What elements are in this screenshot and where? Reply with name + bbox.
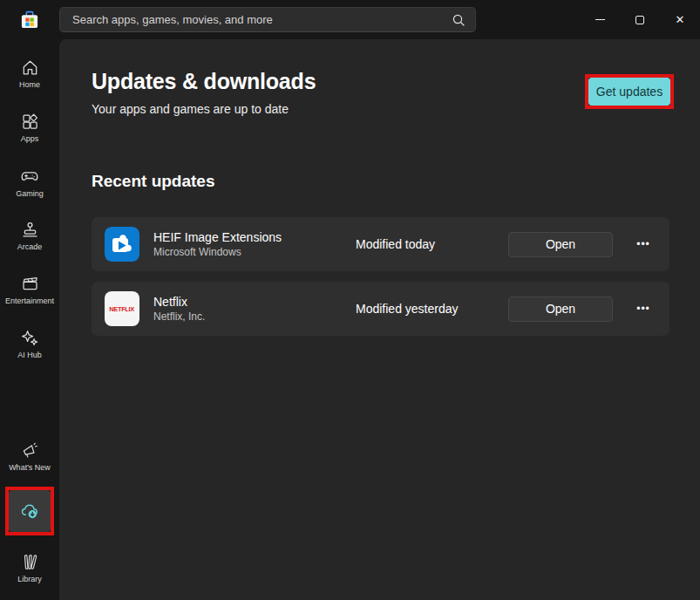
minimize-button[interactable]	[580, 0, 620, 39]
update-row-netflix[interactable]: NETFLIX Netflix Netflix, Inc. Modified y…	[92, 282, 669, 336]
sidebar-item-label: Entertainment	[5, 297, 54, 305]
sidebar-item-whats-new[interactable]: What's New	[0, 429, 59, 483]
update-name-block: HEIF Image Extensions Microsoft Windows	[153, 230, 341, 259]
whats-new-icon	[20, 440, 40, 460]
updates-page: Updates & downloads Your apps and games …	[59, 39, 700, 600]
netflix-app-icon: NETFLIX	[105, 291, 139, 326]
sidebar-item-label: Home	[19, 81, 40, 89]
sidebar-bottom-group: What's New Library	[0, 429, 59, 600]
get-updates-button[interactable]: Get updates	[588, 78, 670, 106]
maximize-icon	[635, 16, 644, 24]
search-placeholder: Search apps, games, movies, and more	[72, 13, 273, 26]
ellipsis-icon: •••	[636, 238, 650, 250]
home-icon	[20, 58, 40, 78]
sidebar-item-apps[interactable]: Apps	[0, 100, 59, 154]
gaming-icon	[19, 166, 40, 187]
store-bag-icon	[18, 9, 41, 31]
microsoft-store-window: Search apps, games, movies, and more ✕ H…	[0, 0, 700, 600]
search-input[interactable]: Search apps, games, movies, and more	[59, 7, 476, 32]
annotation-box-get-updates: Get updates	[585, 74, 674, 109]
sidebar-item-arcade[interactable]: Arcade	[0, 208, 59, 262]
recent-updates-heading: Recent updates	[92, 172, 700, 191]
minimize-icon	[595, 19, 605, 20]
sidebar-item-ai-hub[interactable]: AI Hub	[0, 317, 59, 371]
netflix-logo-text: NETFLIX	[110, 305, 135, 313]
sidebar-item-label: Apps	[21, 135, 39, 143]
update-publisher: Microsoft Windows	[153, 247, 341, 258]
update-name-block: Netflix Netflix, Inc.	[153, 295, 341, 324]
update-name: Netflix	[153, 295, 341, 310]
close-icon: ✕	[676, 14, 685, 25]
heif-app-icon	[105, 227, 139, 262]
update-publisher: Netflix, Inc.	[153, 311, 341, 323]
sidebar-item-label: Library	[17, 576, 42, 583]
search-icon[interactable]	[451, 12, 466, 31]
sidebar: Home Apps Gaming	[0, 39, 59, 600]
sidebar-item-label: Gaming	[16, 190, 44, 198]
page-header: Updates & downloads Your apps and games …	[59, 39, 700, 116]
sidebar-item-label: What's New	[9, 464, 51, 472]
recent-updates-list: HEIF Image Extensions Microsoft Windows …	[92, 217, 669, 336]
sidebar-item-downloads-selected[interactable]	[9, 490, 51, 532]
sidebar-item-label: Arcade	[17, 243, 43, 251]
update-modified: Modified today	[341, 237, 508, 251]
store-logo[interactable]	[0, 9, 59, 31]
sidebar-item-entertainment[interactable]: Entertainment	[0, 262, 59, 317]
open-button[interactable]: Open	[508, 297, 613, 322]
sidebar-item-home[interactable]: Home	[0, 46, 59, 100]
annotation-box-downloads	[5, 487, 54, 535]
more-options-button[interactable]: •••	[629, 232, 658, 257]
ai-hub-icon	[20, 328, 40, 348]
close-button[interactable]: ✕	[660, 0, 700, 39]
window-controls: ✕	[580, 0, 700, 39]
open-button[interactable]: Open	[508, 232, 613, 257]
update-modified: Modified yesterday	[341, 302, 508, 316]
maximize-button[interactable]	[620, 0, 660, 39]
ellipsis-icon: •••	[636, 303, 650, 315]
sidebar-item-label: AI Hub	[17, 351, 42, 359]
update-name: HEIF Image Extensions	[153, 230, 341, 245]
update-row-heif[interactable]: HEIF Image Extensions Microsoft Windows …	[92, 217, 669, 271]
more-options-button[interactable]: •••	[629, 297, 658, 322]
sidebar-item-library[interactable]: Library	[0, 541, 59, 595]
apps-icon	[20, 112, 40, 132]
library-icon	[20, 552, 40, 572]
arcade-icon	[20, 220, 40, 240]
cloud-download-icon	[19, 501, 41, 522]
entertainment-icon	[20, 274, 40, 294]
sidebar-item-gaming[interactable]: Gaming	[0, 154, 59, 208]
titlebar: Search apps, games, movies, and more ✕	[0, 0, 700, 39]
